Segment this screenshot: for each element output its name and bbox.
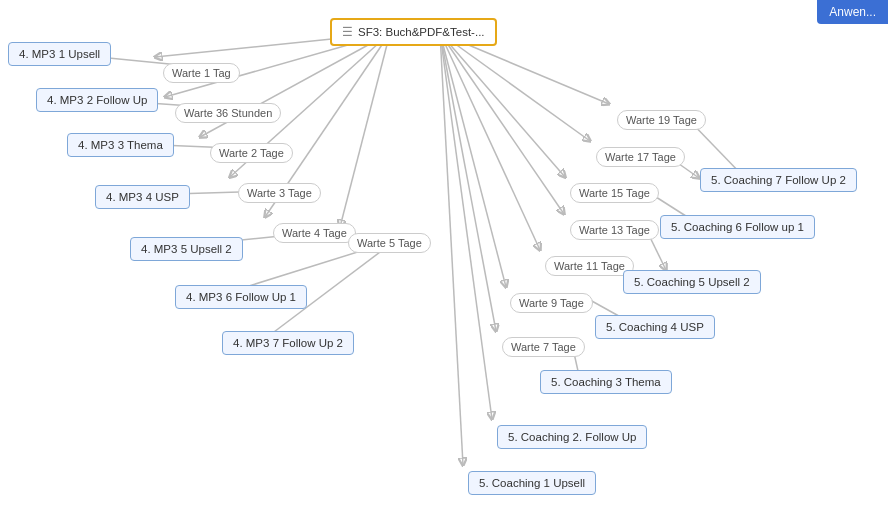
node-mp5upsell2: 4. MP3 5 Upsell 2 — [130, 237, 243, 261]
node-mp3thema: 4. MP3 3 Thema — [67, 133, 174, 157]
root-label: SF3: Buch&PDF&Test-... — [358, 26, 485, 38]
node-mp1upsell: 4. MP3 1 Upsell — [8, 42, 111, 66]
svg-line-9 — [440, 33, 564, 214]
node-w7tage: Warte 7 Tage — [502, 337, 585, 357]
node-w4tage: Warte 4 Tage — [273, 223, 356, 243]
node-w5tage: Warte 5 Tage — [348, 233, 431, 253]
node-mp2follow: 4. MP3 2 Follow Up — [36, 88, 158, 112]
node-w11tage: Warte 11 Tage — [545, 256, 634, 276]
svg-line-7 — [440, 33, 590, 141]
node-w36std: Warte 36 Stunden — [175, 103, 281, 123]
svg-line-14 — [440, 33, 463, 465]
svg-line-5 — [340, 33, 390, 227]
anwend-button[interactable]: Anwen... — [817, 0, 888, 24]
node-mp4usp: 4. MP3 4 USP — [95, 185, 190, 209]
node-c1upsell: 5. Coaching 1 Upsell — [468, 471, 596, 495]
node-c3thema: 5. Coaching 3 Thema — [540, 370, 672, 394]
node-c5upsell2: 5. Coaching 5 Upsell 2 — [623, 270, 761, 294]
list-icon: ☰ — [342, 25, 353, 39]
svg-line-10 — [440, 33, 540, 250]
svg-line-12 — [440, 33, 496, 331]
node-c7follow2: 5. Coaching 7 Follow Up 2 — [700, 168, 857, 192]
svg-line-13 — [440, 33, 492, 419]
node-w1tag: Warte 1 Tag — [163, 63, 240, 83]
node-w3tage: Warte 3 Tage — [238, 183, 321, 203]
node-c2follow: 5. Coaching 2. Follow Up — [497, 425, 647, 449]
node-w13tage: Warte 13 Tage — [570, 220, 659, 240]
node-w9tage: Warte 9 Tage — [510, 293, 593, 313]
node-w15tage: Warte 15 Tage — [570, 183, 659, 203]
node-c6follow1: 5. Coaching 6 Follow up 1 — [660, 215, 815, 239]
node-c4usp: 5. Coaching 4 USP — [595, 315, 715, 339]
node-w2tage: Warte 2 Tage — [210, 143, 293, 163]
root-node: ☰ SF3: Buch&PDF&Test-... — [330, 18, 497, 46]
node-w17tage: Warte 17 Tage — [596, 147, 685, 167]
svg-line-8 — [440, 33, 565, 177]
node-mp7follow2: 4. MP3 7 Follow Up 2 — [222, 331, 354, 355]
node-w19tage: Warte 19 Tage — [617, 110, 706, 130]
svg-line-11 — [440, 33, 506, 287]
node-mp6follow1: 4. MP3 6 Follow Up 1 — [175, 285, 307, 309]
